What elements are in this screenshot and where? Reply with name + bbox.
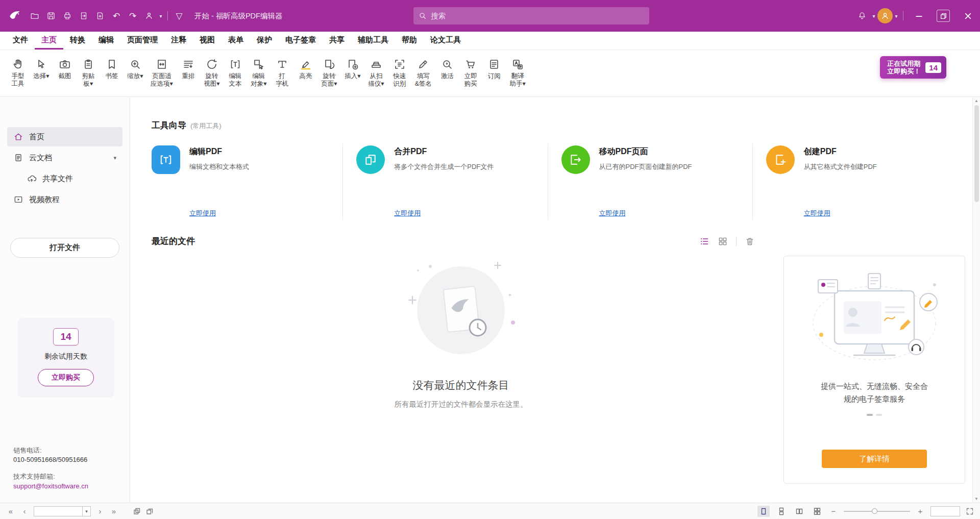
copy-pages-icon[interactable] [145, 507, 154, 515]
menu-share[interactable]: 共享 [323, 32, 351, 50]
tool-card-create-pdf[interactable]: 创建PDF 从其它格式文件创建PDF 立即使用 [752, 143, 957, 220]
ribbon-edit-object[interactable]: 编辑 对象▾ [247, 54, 271, 90]
ribbon-clipboard[interactable]: 剪贴 板▾ [77, 54, 100, 90]
menu-form[interactable]: 表单 [222, 32, 250, 50]
buy-now-button[interactable]: 立即购买 [38, 369, 94, 386]
ribbon-edit-text[interactable]: 编辑 文本 [224, 54, 247, 90]
ribbon-subscribe[interactable]: 订阅 [482, 54, 506, 82]
bell-caret-icon[interactable]: ▾ [870, 8, 877, 24]
avatar-caret-icon[interactable]: ▾ [893, 8, 900, 24]
learn-more-button[interactable]: 了解详情 [822, 450, 927, 468]
facing-continuous-view-icon[interactable] [811, 506, 823, 517]
ribbon-activate[interactable]: 激活 [435, 54, 459, 82]
facing-view-icon[interactable] [793, 506, 805, 517]
menu-accessibility[interactable]: 辅助工具 [351, 32, 395, 50]
zoom-slider-thumb[interactable] [872, 508, 877, 514]
single-page-view-icon[interactable] [757, 506, 770, 517]
quick-access-caret-icon[interactable]: ▾ [157, 8, 164, 24]
scrollbar-thumb[interactable] [974, 105, 979, 202]
use-now-link[interactable]: 立即使用 [599, 209, 692, 218]
menu-help[interactable]: 帮助 [395, 32, 424, 50]
prev-page-button[interactable]: ‹ [20, 507, 29, 515]
sidebar-item-video-tutorials[interactable]: 视频教程 [7, 190, 122, 209]
grid-view-icon[interactable] [718, 236, 728, 246]
ribbon-translate-assistant[interactable]: 翻译 助手▾ [506, 54, 529, 90]
menu-page-management[interactable]: 页面管理 [120, 32, 164, 50]
use-now-link[interactable]: 立即使用 [189, 209, 249, 218]
first-page-button[interactable]: « [6, 507, 15, 515]
tool-card-edit-pdf[interactable]: 编辑PDF 编辑文档和文本格式 立即使用 [152, 143, 342, 220]
save-icon[interactable] [43, 8, 59, 24]
scroll-down-arrow[interactable]: ▼ [974, 497, 978, 501]
use-now-link[interactable]: 立即使用 [394, 209, 494, 218]
fit-screen-icon[interactable] [966, 507, 974, 515]
scroll-up-arrow[interactable]: ▲ [974, 98, 978, 103]
ribbon-insert[interactable]: 插入▾ [341, 54, 364, 82]
search-box[interactable] [413, 7, 649, 24]
open-file-button[interactable]: 打开文件 [10, 238, 119, 258]
esign-user-icon[interactable] [141, 8, 157, 24]
ribbon-fill-sign[interactable]: 填写 &签名 [411, 54, 435, 90]
export-icon[interactable] [76, 8, 92, 24]
ribbon-buy-now[interactable]: 立即 购买 [459, 54, 482, 90]
snapshot-pages-icon[interactable] [133, 507, 141, 515]
print-icon[interactable] [59, 8, 76, 24]
ribbon-rotate-pages[interactable]: 旋转 页面▾ [317, 54, 341, 90]
menu-view[interactable]: 视图 [193, 32, 222, 50]
menu-edit[interactable]: 编辑 [92, 32, 120, 50]
chevron-down-icon[interactable]: ▾ [113, 155, 116, 161]
ribbon-from-scanner[interactable]: 从扫 描仪▾ [364, 54, 388, 90]
menu-esign[interactable]: 电子签章 [279, 32, 323, 50]
ribbon-typewriter[interactable]: 打 字机 [271, 54, 294, 90]
carousel-dot[interactable] [876, 414, 882, 416]
list-view-icon[interactable] [699, 236, 709, 246]
create-pdf-icon[interactable] [92, 8, 108, 24]
ribbon-bookmark[interactable]: 书签 [100, 54, 124, 82]
use-now-link[interactable]: 立即使用 [804, 209, 877, 218]
collapse-ribbon-icon[interactable]: ▽ [171, 8, 187, 24]
page-dropdown-caret-icon[interactable]: ▾ [82, 507, 90, 516]
zoom-slider[interactable] [844, 511, 910, 512]
notifications-bell-icon[interactable] [854, 8, 870, 24]
trash-icon[interactable] [745, 236, 755, 246]
minimize-button[interactable] [906, 0, 931, 32]
ribbon-rotate-view[interactable]: 旋转 视图▾ [200, 54, 224, 90]
page-number-input[interactable] [34, 507, 82, 516]
carousel-dot[interactable] [867, 414, 873, 416]
search-input[interactable] [431, 12, 644, 20]
tool-card-move-pdf-pages[interactable]: 移动PDF页面 从已有的PDF页面创建新的PDF 立即使用 [548, 143, 752, 220]
sidebar-item-cloud-docs[interactable]: 云文档 ▾ [7, 148, 122, 167]
zoom-in-button[interactable]: + [916, 507, 925, 515]
ribbon-hand-tool[interactable]: 手型 工具 [6, 54, 30, 90]
last-page-button[interactable]: » [109, 507, 118, 515]
zoom-out-button[interactable]: − [829, 507, 838, 515]
menu-file[interactable]: 文件 [6, 32, 35, 50]
sidebar-item-shared-files[interactable]: 共享文件 [20, 169, 122, 188]
continuous-view-icon[interactable] [775, 506, 788, 517]
ribbon-select[interactable]: 选择▾ [30, 54, 53, 82]
menu-home[interactable]: 主页 [35, 32, 63, 50]
tool-card-merge-pdf[interactable]: 合并PDF 将多个文件合并生成一个PDF文件 立即使用 [342, 143, 547, 220]
ribbon-reflow[interactable]: 重排 [177, 54, 200, 82]
trial-buy-badge[interactable]: 正在试用期 立即购买！ 14 [880, 56, 946, 79]
ribbon-highlight[interactable]: 高亮 [294, 54, 317, 82]
undo-icon[interactable]: ↶ [108, 8, 125, 24]
menu-comment[interactable]: 注释 [164, 32, 193, 50]
ribbon-page-fit-options[interactable]: 页面适 应选项▾ [147, 54, 177, 90]
menu-convert[interactable]: 转换 [63, 32, 92, 50]
ribbon-quick-ocr[interactable]: 快速 识别 [388, 54, 411, 90]
ribbon-snapshot[interactable]: 截图 [53, 54, 77, 82]
open-file-icon[interactable] [27, 8, 43, 24]
redo-icon[interactable]: ↷ [125, 8, 141, 24]
support-email-link[interactable]: support@foxitsoftware.cn [13, 482, 88, 491]
next-page-button[interactable]: › [95, 507, 105, 515]
close-button[interactable] [955, 0, 980, 32]
menu-paper-tools[interactable]: 论文工具 [424, 32, 468, 50]
content-scrollbar[interactable]: ▲ ▼ [972, 97, 980, 503]
sidebar-item-home[interactable]: 首页 [7, 127, 122, 146]
menu-protect[interactable]: 保护 [250, 32, 279, 50]
zoom-value-box[interactable] [930, 506, 960, 516]
restore-button[interactable] [931, 0, 955, 32]
user-avatar[interactable] [877, 8, 893, 23]
ribbon-zoom[interactable]: 缩放▾ [124, 54, 147, 82]
